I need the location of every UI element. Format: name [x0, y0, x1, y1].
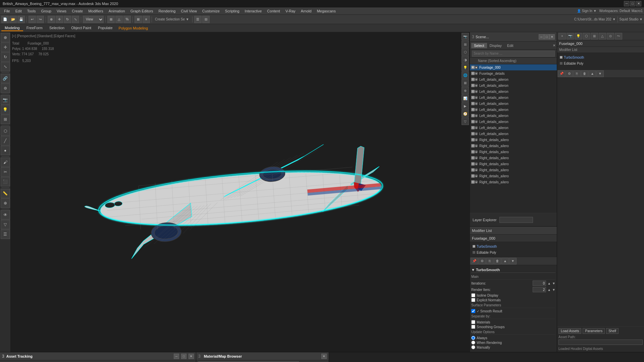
- modifier-turbosmooth[interactable]: TurboSmooth: [471, 243, 555, 249]
- tb-angle-snap[interactable]: △: [115, 16, 123, 23]
- tool-camera[interactable]: 📷: [1, 95, 10, 105]
- tool-polygon[interactable]: ⬡: [1, 126, 10, 136]
- vp-filter-icon[interactable]: ▽: [462, 118, 469, 125]
- scene-minimize[interactable]: ─: [539, 34, 544, 40]
- tb-new[interactable]: 📄: [1, 16, 9, 23]
- render-iters-spinner-up[interactable]: ▲: [547, 288, 551, 292]
- close-button[interactable]: ✕: [636, 1, 641, 6]
- tb-save[interactable]: 💾: [17, 16, 25, 23]
- tool-measure[interactable]: 📏: [1, 189, 10, 198]
- scene-close-x[interactable]: ✕: [553, 44, 555, 47]
- scene-maximize[interactable]: □: [544, 34, 549, 40]
- tb-percent-snap[interactable]: %: [123, 16, 131, 23]
- render-iters-input[interactable]: [533, 287, 546, 292]
- menu-file[interactable]: File: [1, 8, 13, 14]
- menu-civil-view[interactable]: Civil View: [178, 8, 199, 14]
- iterations-input[interactable]: [533, 281, 546, 286]
- menu-scripting[interactable]: Scripting: [222, 8, 242, 14]
- tool-vertex[interactable]: ●: [1, 146, 10, 155]
- tb-align[interactable]: ≡: [143, 16, 150, 23]
- vp-grid-icon[interactable]: ⊞: [462, 41, 469, 48]
- frp-mod-del[interactable]: 🗑: [581, 70, 588, 77]
- frp-shelf-tab[interactable]: Shelf: [606, 328, 619, 334]
- smooth-result-checkbox[interactable]: [471, 309, 475, 313]
- tool-light[interactable]: 💡: [1, 105, 10, 114]
- mod-pin-icon[interactable]: 📌: [471, 258, 478, 264]
- frp-light-btn[interactable]: 💡: [575, 33, 582, 40]
- menu-views[interactable]: Views: [54, 8, 69, 14]
- vp-camera-icon[interactable]: 📷: [462, 33, 469, 40]
- explicit-normals-checkbox[interactable]: [471, 298, 475, 302]
- tool-paint[interactable]: 🖌: [1, 158, 10, 167]
- isoline-checkbox[interactable]: [471, 293, 475, 297]
- maximize-button[interactable]: □: [630, 1, 635, 6]
- menu-megascans[interactable]: Megascans: [314, 8, 338, 14]
- tab-freeform[interactable]: FreeForm: [23, 25, 46, 31]
- frp-mod-cfg[interactable]: ⚙: [566, 70, 573, 77]
- frp-new-btn[interactable]: +: [558, 33, 566, 40]
- frp-load-assets-tab[interactable]: Load Assets: [558, 328, 581, 334]
- vp-select-icon[interactable]: ⊕: [462, 87, 469, 94]
- menu-graph-editors[interactable]: Graph Editors: [128, 8, 156, 14]
- tb-undo[interactable]: ↩: [29, 16, 36, 23]
- at-close[interactable]: ✕: [189, 354, 194, 359]
- tb-snap[interactable]: ⊞: [107, 16, 115, 23]
- manually-radio[interactable]: [471, 345, 475, 349]
- tool-filter[interactable]: ▽: [1, 220, 10, 229]
- tool-bind[interactable]: ⊚: [1, 83, 10, 93]
- scene-item-4[interactable]: 👁 ● Left_details_aileron: [470, 88, 557, 95]
- tool-move[interactable]: ✛: [1, 43, 10, 52]
- scene-list[interactable]: 👁 ● Fuselage_000 👁 ● Fuselage_details 👁 …: [470, 64, 557, 213]
- scene-item-19[interactable]: 👁 ● Right_details_ailero: [470, 179, 557, 185]
- menu-group[interactable]: Group: [38, 8, 54, 14]
- reference-coord-dropdown[interactable]: ViewWorldScreen: [83, 16, 104, 23]
- frp-mod-up[interactable]: ▲: [589, 70, 596, 77]
- frp-parameters-tab[interactable]: Parameters: [583, 328, 605, 334]
- frp-mod-down[interactable]: ▼: [596, 70, 604, 77]
- tb-move[interactable]: ✛: [56, 16, 63, 23]
- tb-mirror[interactable]: ⊠: [135, 16, 142, 23]
- frp-camera-btn[interactable]: 📷: [567, 33, 574, 40]
- menu-rendering[interactable]: Rendering: [156, 8, 178, 14]
- menu-create[interactable]: Create: [69, 8, 86, 14]
- tab-object-paint[interactable]: Object Paint: [68, 25, 95, 31]
- tb-scale[interactable]: ⤡: [72, 16, 79, 23]
- tool-rotate[interactable]: ↻: [1, 52, 10, 62]
- always-radio[interactable]: [471, 336, 475, 340]
- at-maximize[interactable]: □: [181, 354, 186, 359]
- frp-systems-btn[interactable]: ⊙: [607, 33, 614, 40]
- scene-item-6[interactable]: 👁 ● Left_details_aileron: [470, 101, 557, 107]
- tool-scale[interactable]: ⤡: [1, 62, 10, 71]
- vp-nav-icon[interactable]: 🧭: [462, 110, 469, 117]
- frp-mod-pin[interactable]: 📌: [558, 70, 565, 77]
- iterations-spinner-up[interactable]: ▲: [547, 282, 551, 285]
- mod-copy-icon[interactable]: ⎘: [486, 258, 493, 264]
- mod-delete-icon[interactable]: 🗑: [494, 258, 501, 264]
- frp-shapes-btn[interactable]: △: [599, 33, 606, 40]
- scene-search-input[interactable]: [472, 51, 555, 57]
- menu-tools[interactable]: Tools: [24, 8, 39, 14]
- tab-populate[interactable]: Populate: [95, 25, 116, 31]
- sign-in-button[interactable]: 👤 Sign In ▼: [577, 9, 597, 13]
- modifier-edpoly[interactable]: Editable Poly: [471, 249, 555, 255]
- tool-pivot[interactable]: ⊕: [1, 198, 10, 208]
- scene-item-14[interactable]: 👁 ● Right_details_ailero: [470, 149, 557, 155]
- scene-item-1[interactable]: 👁 ● Fuselage_details: [470, 70, 557, 76]
- scene-item-11[interactable]: 👁 ● Left_details_aileron: [470, 131, 557, 137]
- tb-open[interactable]: 📂: [9, 16, 17, 23]
- tool-link[interactable]: 🔗: [1, 74, 10, 83]
- menu-content[interactable]: Content: [264, 8, 283, 14]
- frp-spacewarp-btn[interactable]: 〜: [615, 33, 622, 40]
- scene-tab-select[interactable]: Select: [471, 43, 487, 48]
- tool-helper[interactable]: ⊞: [1, 115, 10, 124]
- scene-item-3[interactable]: 👁 ● Left_details_aileron: [470, 82, 557, 88]
- scene-item-16[interactable]: 👁 ● Right_details_ailero: [470, 161, 557, 167]
- scene-tab-display[interactable]: Display: [487, 43, 504, 48]
- tool-extrude[interactable]: ⬛: [1, 177, 10, 186]
- scene-item-17[interactable]: 👁 ● Right_details_ailero: [470, 167, 557, 173]
- tab-modeling[interactable]: Modeling: [1, 25, 23, 31]
- tool-eye[interactable]: 👁: [1, 210, 10, 220]
- frp-helper-btn[interactable]: ⊞: [591, 33, 598, 40]
- scene-item-5[interactable]: 👁 ● Left_details_aileron: [470, 95, 557, 101]
- frp-mod-copy[interactable]: ⎘: [573, 70, 581, 77]
